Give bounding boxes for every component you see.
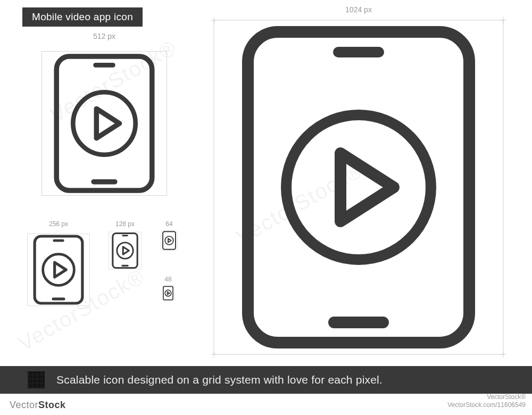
svg-point-17 xyxy=(73,92,135,154)
svg-rect-13 xyxy=(42,51,167,195)
mobile-video-app-icon xyxy=(211,17,506,358)
svg-point-22 xyxy=(43,254,74,286)
footer-bar: Scalable icon designed on a grid system … xyxy=(0,366,532,394)
icon-spec-48: 48 xyxy=(162,285,174,301)
mobile-video-app-icon xyxy=(161,230,178,251)
svg-point-27 xyxy=(117,243,133,259)
footer-text: Scalable icon designed on a grid system … xyxy=(56,374,383,386)
icon-spec-256: 256 px xyxy=(27,230,90,310)
svg-rect-0 xyxy=(214,20,503,354)
icon-spec-1024: 1024 px xyxy=(211,17,506,358)
size-label-256: 256 px xyxy=(27,220,90,228)
size-label-128: 128 px xyxy=(109,220,142,228)
mobile-video-app-icon xyxy=(27,230,90,310)
icon-spec-128: 128 px xyxy=(109,230,142,271)
svg-rect-18 xyxy=(27,234,89,306)
attribution-id: VectorStock.com/11606549 xyxy=(447,401,526,410)
size-label-48: 48 xyxy=(162,276,174,283)
pixel-grid-icon xyxy=(28,371,45,388)
attribution-site: VectorStock® xyxy=(447,393,526,402)
size-label-1024: 1024 px xyxy=(211,5,506,14)
attribution: VectorStock® VectorStock.com/11606549 xyxy=(447,393,526,410)
svg-point-30 xyxy=(165,236,173,245)
icon-spec-512: 512 px xyxy=(40,44,168,203)
svg-point-33 xyxy=(165,290,171,296)
size-label-512: 512 px xyxy=(40,32,168,40)
svg-rect-23 xyxy=(109,232,142,269)
brand-light: Vector xyxy=(10,400,38,410)
mobile-video-app-icon xyxy=(162,285,174,301)
svg-rect-28 xyxy=(161,231,177,250)
brand-bold: Stock xyxy=(38,400,66,410)
mobile-video-app-icon xyxy=(40,44,168,203)
brand-logo: VectorStock xyxy=(10,400,66,411)
svg-point-12 xyxy=(286,115,431,260)
icon-spec-64: 64 xyxy=(161,230,178,251)
size-label-64: 64 xyxy=(161,220,178,228)
page-title: Mobile video app icon xyxy=(22,7,143,27)
mobile-video-app-icon xyxy=(109,230,142,271)
